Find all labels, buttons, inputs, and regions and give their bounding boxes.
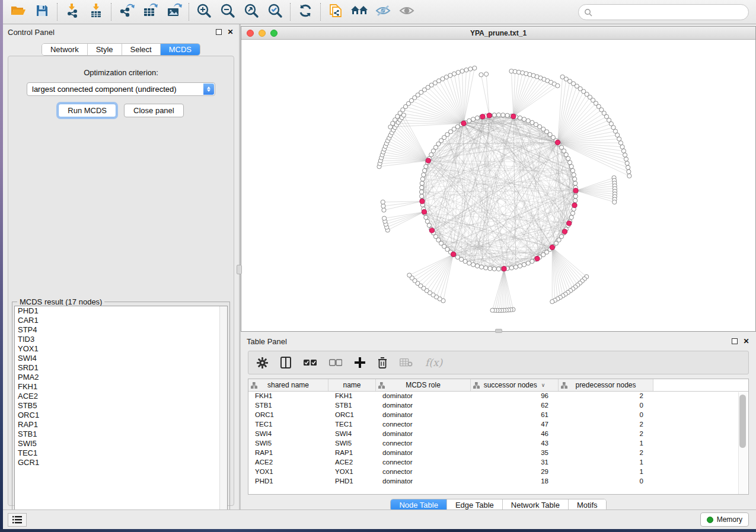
table-settings-button[interactable]	[257, 357, 268, 368]
mcds-result-item[interactable]: GCR1	[15, 458, 227, 467]
cell-name[interactable]: FKH1	[328, 392, 376, 401]
cell-shared-name[interactable]: PHD1	[248, 477, 328, 486]
horizontal-splitter-handle[interactable]	[495, 329, 502, 333]
save-button[interactable]	[30, 2, 54, 22]
show-columns-button[interactable]	[280, 357, 291, 368]
tab-mcds[interactable]: MCDS	[161, 44, 200, 55]
table-row[interactable]: ACE2ACE2connector311	[248, 458, 748, 467]
task-history-button[interactable]	[8, 513, 27, 527]
cell-successor-nodes[interactable]: 62	[471, 401, 559, 411]
table-row[interactable]: RAP1RAP1dominator352	[248, 448, 748, 458]
cell-name[interactable]: YOX1	[328, 467, 376, 477]
tab-select[interactable]: Select	[122, 44, 161, 55]
search-box[interactable]	[578, 4, 749, 20]
mcds-result-item[interactable]: SWI5	[15, 439, 227, 448]
cell-shared-name[interactable]: TEC1	[248, 420, 328, 430]
cell-successor-nodes[interactable]: 18	[471, 477, 559, 486]
close-table-panel-icon[interactable]: ✕	[742, 338, 750, 345]
mcds-result-item[interactable]: RAP1	[15, 420, 227, 430]
cell-shared-name[interactable]: ORC1	[248, 411, 328, 420]
function-builder-button[interactable]: f(x)	[425, 357, 442, 368]
cell-MCDS-role[interactable]: dominator	[376, 401, 471, 411]
vertical-splitter-handle[interactable]	[237, 265, 242, 274]
mcds-result-item[interactable]: ORC1	[15, 411, 227, 420]
cell-shared-name[interactable]: SWI4	[248, 430, 328, 439]
column-header-shared-name[interactable]: shared name	[248, 379, 328, 391]
cell-predecessor-nodes[interactable]: 0	[559, 411, 653, 420]
mcds-result-item[interactable]: TID3	[15, 335, 227, 344]
criterion-dropdown[interactable]: largest connected component (undirected)	[27, 82, 215, 96]
mcds-result-item[interactable]: SWI4	[15, 354, 227, 363]
table-row[interactable]: FKH1FKH1dominator962	[248, 392, 748, 401]
open-button[interactable]	[7, 2, 30, 22]
cell-predecessor-nodes[interactable]: 1	[559, 439, 653, 448]
cell-predecessor-nodes[interactable]: 2	[559, 420, 653, 430]
mcds-result-list[interactable]: PHD1CAR1STP4TID3YOX1SWI4SRD1PMA2FKH1ACE2…	[14, 306, 228, 518]
column-header-MCDS-role[interactable]: MCDS role	[376, 379, 471, 391]
table-row[interactable]: YOX1YOX1connector291	[248, 467, 748, 477]
cell-predecessor-nodes[interactable]: 1	[559, 458, 653, 467]
float-panel-icon[interactable]	[215, 28, 222, 36]
cell-successor-nodes[interactable]: 29	[471, 467, 559, 477]
cell-name[interactable]: STB1	[328, 401, 376, 411]
mcds-list-scrollbar-track[interactable]	[219, 306, 227, 518]
cell-MCDS-role[interactable]: connector	[376, 420, 471, 430]
cell-MCDS-role[interactable]: dominator	[376, 430, 471, 439]
mcds-result-item[interactable]: SRD1	[15, 363, 227, 373]
cell-name[interactable]: ACE2	[328, 458, 376, 467]
cell-successor-nodes[interactable]: 47	[471, 420, 559, 430]
cell-successor-nodes[interactable]: 96	[471, 392, 559, 401]
import-table-button[interactable]	[84, 2, 108, 22]
cell-predecessor-nodes[interactable]: 0	[559, 477, 653, 486]
column-header-name[interactable]: name	[328, 379, 376, 391]
cell-name[interactable]: SWI5	[328, 439, 376, 448]
cell-name[interactable]: ORC1	[328, 411, 376, 420]
export-network-button[interactable]	[114, 2, 138, 22]
mcds-result-item[interactable]: STB5	[15, 401, 227, 411]
network-graph[interactable]	[241, 40, 755, 331]
cell-shared-name[interactable]: SWI5	[248, 439, 328, 448]
tab-style[interactable]: Style	[88, 44, 122, 55]
table-scrollbar-thumb[interactable]	[739, 395, 746, 448]
clone-network-button[interactable]	[324, 2, 347, 22]
cell-name[interactable]: PHD1	[328, 477, 376, 486]
mcds-result-item[interactable]: PMA2	[15, 373, 227, 382]
first-neighbors-button[interactable]	[347, 2, 371, 22]
window-minimize-icon[interactable]	[259, 30, 266, 37]
cell-MCDS-role[interactable]: connector	[376, 458, 471, 467]
export-image-button[interactable]	[162, 2, 186, 22]
refresh-button[interactable]	[294, 2, 317, 22]
add-column-button[interactable]	[355, 357, 365, 368]
cell-name[interactable]: SWI4	[328, 430, 376, 439]
export-table-button[interactable]	[138, 2, 162, 22]
table-row[interactable]: ORC1ORC1dominator610	[248, 411, 748, 420]
cell-MCDS-role[interactable]: connector	[376, 467, 471, 477]
run-mcds-button[interactable]: Run MCDS	[58, 104, 116, 117]
mcds-result-item[interactable]: YOX1	[15, 344, 227, 354]
select-all-button[interactable]	[304, 359, 317, 366]
column-header-predecessor-nodes[interactable]: predecessor nodes	[559, 379, 653, 391]
mcds-result-item[interactable]: FKH1	[15, 382, 227, 392]
hide-selected-button[interactable]	[371, 2, 395, 22]
table-row[interactable]: STB1STB1dominator620	[248, 401, 748, 411]
mcds-result-item[interactable]: TEC1	[15, 448, 227, 458]
mcds-result-item[interactable]: PHD1	[15, 306, 227, 316]
table-row[interactable]: PHD1PHD1dominator180	[248, 477, 748, 486]
search-input[interactable]	[595, 7, 748, 18]
network-window-titlebar[interactable]: YPA_prune.txt_1	[241, 27, 755, 40]
zoom-fit-button[interactable]	[240, 2, 263, 22]
delete-table-button[interactable]	[400, 358, 413, 367]
window-zoom-icon[interactable]	[270, 30, 277, 37]
table-row[interactable]: SWI5SWI5connector431	[248, 439, 748, 448]
cell-MCDS-role[interactable]: dominator	[376, 411, 471, 420]
cell-name[interactable]: RAP1	[328, 448, 376, 458]
cell-successor-nodes[interactable]: 46	[471, 430, 559, 439]
delete-column-button[interactable]	[378, 357, 387, 368]
float-table-panel-icon[interactable]	[731, 338, 738, 345]
cell-successor-nodes[interactable]: 43	[471, 439, 559, 448]
cell-successor-nodes[interactable]: 35	[471, 448, 559, 458]
zoom-out-button[interactable]	[216, 2, 240, 22]
memory-button[interactable]: Memory	[700, 512, 749, 527]
table-row[interactable]: SWI4SWI4dominator462	[248, 430, 748, 439]
cell-MCDS-role[interactable]: dominator	[376, 477, 471, 486]
